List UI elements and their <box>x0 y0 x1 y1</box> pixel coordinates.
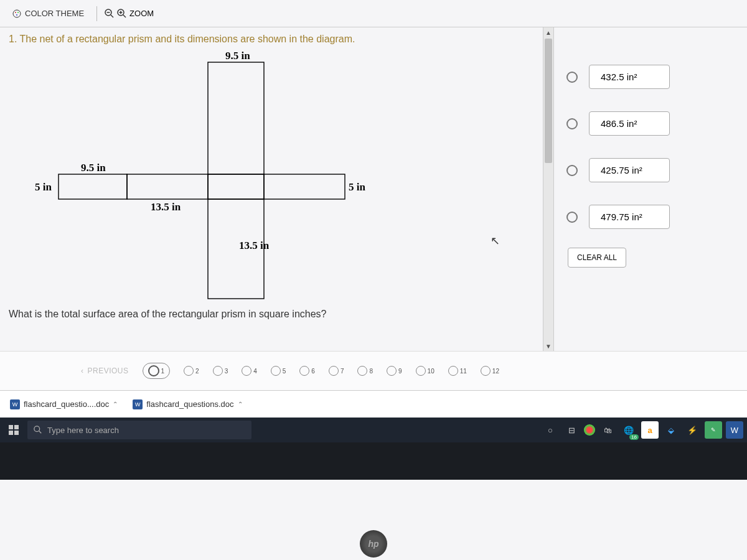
radio-a[interactable] <box>566 72 578 83</box>
color-theme-label: COLOR THEME <box>25 9 84 18</box>
answer-option-b[interactable]: 486.5 in² <box>566 111 735 136</box>
page-number: 8 <box>369 368 373 375</box>
page-circle-icon <box>242 366 251 376</box>
previous-button[interactable]: ‹ PREVIOUS <box>81 366 129 375</box>
page-number: 3 <box>225 368 228 375</box>
cursor-icon: ↖ <box>491 234 500 248</box>
answer-text-d[interactable]: 479.75 in² <box>589 205 670 229</box>
zoom-in-icon[interactable] <box>117 9 127 19</box>
net-diagram: 9.5 in 9.5 in 5 in 5 in 13.5 in 13.5 in <box>27 50 376 305</box>
color-theme-button[interactable]: COLOR THEME <box>7 6 89 21</box>
dropbox-icon[interactable]: ⬙ <box>662 421 680 439</box>
task-view-icon[interactable]: ⊟ <box>563 421 580 439</box>
word-taskbar-icon[interactable]: W <box>726 421 743 439</box>
scroll-down-arrow-icon[interactable]: ▼ <box>543 341 553 351</box>
page-11[interactable]: 11 <box>448 366 467 376</box>
page-2[interactable]: 2 <box>184 366 199 376</box>
question-subtext: What is the total surface area of the re… <box>9 309 534 320</box>
dim-left-height: 5 in <box>35 181 52 193</box>
page-circle-icon <box>416 366 426 376</box>
question-pagination: ‹ PREVIOUS 123456789101112 <box>0 351 747 390</box>
radio-d[interactable] <box>566 212 578 223</box>
page-circle-icon <box>448 366 458 376</box>
scroll-thumb[interactable] <box>545 39 552 163</box>
page-number: 2 <box>195 368 199 375</box>
zoom-label: ZOOM <box>129 9 154 18</box>
page-number: 1 <box>161 368 165 375</box>
power-icon[interactable]: ⚡ <box>684 421 701 439</box>
page-7[interactable]: 7 <box>329 366 344 376</box>
page-number: 12 <box>492 368 499 375</box>
page-4[interactable]: 4 <box>242 366 257 376</box>
clear-all-button[interactable]: CLEAR ALL <box>568 248 626 268</box>
chevron-up-icon[interactable]: ⌃ <box>113 401 118 408</box>
toolbar-divider <box>96 6 97 21</box>
page-number: 6 <box>311 368 315 375</box>
svg-line-5 <box>111 15 113 17</box>
palette-icon <box>12 9 21 18</box>
scroll-up-arrow-icon[interactable]: ▲ <box>543 27 553 37</box>
svg-rect-18 <box>14 425 19 429</box>
amazon-icon[interactable]: a <box>641 421 659 439</box>
page-9[interactable]: 9 <box>387 366 402 376</box>
page-circle-icon <box>357 366 367 376</box>
page-6[interactable]: 6 <box>299 366 315 376</box>
dim-right-height: 5 in <box>349 181 365 193</box>
download-item-1[interactable]: W flashcard_questio....doc ⌃ <box>7 397 120 412</box>
microsoft-store-icon[interactable]: 🛍 <box>599 421 616 439</box>
edge-icon[interactable]: 🌐16 <box>620 421 637 439</box>
answer-option-a[interactable]: 432.5 in² <box>566 65 735 89</box>
answers-panel: 432.5 in² 486.5 in² 425.75 in² 479.75 in… <box>554 27 747 351</box>
page-circle-icon <box>329 366 339 376</box>
svg-line-22 <box>39 431 42 434</box>
zoom-out-icon[interactable] <box>105 9 115 19</box>
svg-point-2 <box>17 12 19 13</box>
chevron-left-icon: ‹ <box>81 366 84 375</box>
answer-text-c[interactable]: 425.75 in² <box>589 158 670 182</box>
taskbar-search[interactable]: Type here to search <box>27 421 251 439</box>
svg-rect-15 <box>264 174 345 199</box>
download-item-2[interactable]: W flashcard_questions.doc ⌃ <box>130 397 245 412</box>
vertical-scrollbar[interactable]: ▲ ▼ <box>543 27 554 351</box>
download-filename-1: flashcard_questio....doc <box>24 399 109 409</box>
page-8[interactable]: 8 <box>357 366 373 376</box>
svg-rect-11 <box>208 62 264 174</box>
question-panel: 1. The net of a rectangular prism and it… <box>0 27 543 351</box>
answer-text-a[interactable]: 432.5 in² <box>589 65 670 89</box>
radio-c[interactable] <box>566 165 578 176</box>
page-circle-icon <box>271 366 281 376</box>
page-10[interactable]: 10 <box>416 366 435 376</box>
svg-rect-20 <box>14 431 19 435</box>
svg-point-3 <box>16 14 17 16</box>
page-circle-icon <box>387 366 397 376</box>
page-12[interactable]: 12 <box>481 366 499 376</box>
search-placeholder: Type here to search <box>47 426 119 435</box>
windows-icon <box>9 425 19 435</box>
chevron-up-icon[interactable]: ⌃ <box>238 401 243 408</box>
answer-option-c[interactable]: 425.75 in² <box>566 158 735 182</box>
answer-text-b[interactable]: 486.5 in² <box>589 111 670 136</box>
question-prompt: 1. The net of a rectangular prism and it… <box>9 34 534 45</box>
hp-logo-icon: hp <box>360 530 387 558</box>
page-3[interactable]: 3 <box>213 366 228 376</box>
page-1[interactable]: 1 <box>143 363 171 379</box>
start-button[interactable] <box>4 420 24 440</box>
svg-rect-17 <box>9 425 13 429</box>
download-filename-2: flashcard_questions.doc <box>146 399 233 409</box>
answer-option-d[interactable]: 479.75 in² <box>566 205 735 229</box>
page-circle-icon <box>213 366 223 376</box>
radio-b[interactable] <box>566 118 578 129</box>
dim-top-width: 9.5 in <box>225 50 250 62</box>
zoom-control: ZOOM <box>105 9 154 19</box>
page-number: 5 <box>283 368 286 375</box>
app-toolbar: COLOR THEME ZOOM <box>0 0 747 27</box>
dim-bottom-left-length: 13.5 in <box>151 201 181 213</box>
page-circle-icon <box>299 366 309 376</box>
cortana-icon[interactable]: ○ <box>542 421 559 439</box>
downloads-bar: W flashcard_questio....doc ⌃ W flashcard… <box>0 390 747 418</box>
app-icon[interactable]: ✎ <box>705 421 722 439</box>
page-5[interactable]: 5 <box>271 366 286 376</box>
page-number: 11 <box>460 368 467 375</box>
page-circle-icon <box>148 365 159 376</box>
chrome-icon[interactable] <box>584 424 595 436</box>
